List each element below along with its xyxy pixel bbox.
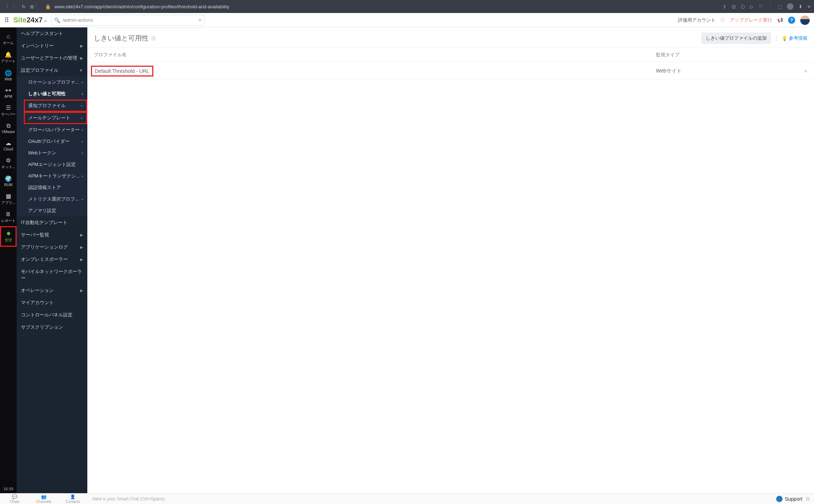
avatar[interactable]: [800, 16, 810, 25]
sidebar-item-label: APMエージェント設定: [28, 161, 76, 168]
clear-icon[interactable]: ⊗: [198, 17, 202, 22]
logo[interactable]: Site24x7⤢: [13, 16, 47, 24]
sidebar-item-グローバルパラメーター[interactable]: グローバルパラメーター+: [24, 124, 87, 136]
camera-icon[interactable]: ⊡: [732, 4, 736, 9]
rail-label: 管理: [5, 238, 12, 243]
sidebar-item-認証情報ストア[interactable]: 認証情報ストア: [24, 182, 87, 193]
rail-item-アプリ...[interactable]: ▦アプリ...: [0, 190, 17, 208]
col-monitor-type: 監視タイプ: [656, 52, 793, 58]
sidebar-item-APMエージェント設定[interactable]: APMエージェント設定: [24, 159, 87, 170]
sidebar-item-IT自動化テンプレート[interactable]: IT自動化テンプレート: [17, 216, 87, 229]
browser-bar: 〈 〉 ↻ ⊞ 🔒 www.site24x7.com/app/client#/a…: [0, 0, 814, 13]
rail-label: サーバー: [1, 112, 16, 117]
support-icon: 🎧: [776, 496, 783, 502]
info-icon[interactable]: i: [151, 36, 156, 41]
rail-item-サーバー[interactable]: ☰サーバー: [0, 101, 17, 120]
grid-menu-icon[interactable]: ⠿: [4, 16, 9, 24]
sidebar-item-コントロールパネル設定[interactable]: コントロールパネル設定: [17, 309, 87, 321]
sidebar-item-マイアカウント[interactable]: マイアカウント: [17, 297, 87, 309]
content: しきい値と可用性 i しきい値プロファイルの追加 💡 参考情報 プロファイル名 …: [87, 27, 814, 493]
sidebar-item-ユーザーとアラートの管理[interactable]: ユーザーとアラートの管理▶: [17, 52, 87, 64]
sidebar-item-label: サーバー監視: [21, 232, 49, 238]
sidebar-item-ロケーションプロファ...[interactable]: ロケーションプロファ...+: [24, 76, 87, 88]
rail-item-ホーム[interactable]: ⌂ホーム: [0, 30, 17, 48]
rail-item-RUM[interactable]: 🌍RUM: [0, 172, 17, 190]
profile-icon[interactable]: [787, 3, 793, 10]
search-icon: 🔍: [54, 17, 60, 23]
sidebar-item-メトリクス選択プロフ...[interactable]: メトリクス選択プロフ...+: [24, 193, 87, 205]
plus-icon[interactable]: +: [81, 139, 84, 144]
sidebar-item-オペレーション[interactable]: オペレーション▶: [17, 284, 87, 297]
sidebar-item-label: オペレーション: [21, 287, 54, 294]
info-icon[interactable]: ⓘ: [721, 17, 725, 23]
url-bar[interactable]: 🔒 www.site24x7.com/app/client#/admin/con…: [45, 4, 723, 9]
search-input[interactable]: [51, 15, 205, 26]
heart-icon[interactable]: ♡: [758, 4, 763, 9]
sidebar-item-サーバー監視[interactable]: サーバー監視▶: [17, 229, 87, 241]
profile-name[interactable]: Default Threshold - URL: [91, 66, 153, 76]
sidebar-item-OAuthプロバイダー[interactable]: OAuthプロバイダー+: [24, 136, 87, 147]
back-icon[interactable]: 〈: [4, 3, 8, 10]
table-row[interactable]: Default Threshold - URLWebサイト≡: [87, 62, 814, 80]
sidebar-item-アプリケーションログ[interactable]: アプリケーションログ▶: [17, 241, 87, 253]
plus-icon[interactable]: +: [80, 115, 83, 121]
sidebar-item-Webトークン[interactable]: Webトークン+: [24, 147, 87, 159]
sidebar-item-モバイルネットワークポーラー[interactable]: モバイルネットワークポーラー: [17, 266, 87, 284]
rail-item-Web[interactable]: 🌐Web: [0, 67, 17, 84]
sidebar-item-label: ユーザーとアラートの管理: [21, 55, 77, 61]
chevron-right-icon: ▶: [80, 56, 83, 61]
plus-icon[interactable]: +: [81, 127, 84, 133]
plus-icon[interactable]: +: [81, 174, 84, 179]
rail-item-VMware[interactable]: ⧉VMware: [0, 120, 17, 137]
sidebar-item-アノマリ設定[interactable]: アノマリ設定: [24, 205, 87, 216]
cube-icon[interactable]: ⬚: [778, 4, 782, 9]
play-icon[interactable]: ▷: [750, 4, 753, 9]
download-icon[interactable]: ⬇: [798, 4, 802, 9]
sidebar-item-ヘルプアシスタント[interactable]: ヘルプアシスタント: [17, 27, 87, 40]
support-button[interactable]: 🎧 Support: [776, 496, 802, 502]
help-icon[interactable]: ?: [788, 17, 795, 24]
upgrade-link[interactable]: アップグレード実行: [730, 17, 772, 23]
sidebar-item-メールテンプレート[interactable]: メールテンプレート+: [24, 112, 87, 124]
sidebar-item-しきい値と可用性[interactable]: しきい値と可用性+: [24, 88, 87, 100]
sidebar-item-インベントリー[interactable]: インベントリー▶: [17, 40, 87, 52]
rail-item-APM[interactable]: 👓APM: [0, 84, 17, 101]
tab-label: Chats: [10, 500, 19, 504]
plus-icon[interactable]: +: [81, 80, 84, 85]
rail-item-管理[interactable]: ✸管理: [0, 226, 17, 247]
add-threshold-button[interactable]: しきい値プロファイルの追加: [701, 32, 771, 44]
bottom-tab-Channels[interactable]: 👥Channels: [29, 494, 58, 504]
lock-icon: 🔒: [45, 4, 51, 9]
reload-icon[interactable]: ↻: [22, 4, 26, 9]
apps-icon[interactable]: ⊞: [30, 4, 34, 9]
bottom-tab-Chats[interactable]: 💬Chats: [0, 494, 29, 504]
smart-chat-hint[interactable]: Here is your Smart Chat (Ctrl+Space): [87, 496, 165, 501]
expand-icon[interactable]: ⤢: [44, 19, 47, 23]
sidebar-item-label: マイアカウント: [21, 299, 54, 306]
sidebar-item-オンプレミスポーラー[interactable]: オンプレミスポーラー▶: [17, 253, 87, 266]
shield-icon[interactable]: ⬡: [741, 4, 745, 9]
rail-time: 16:39: [3, 484, 13, 493]
sidebar-config-header[interactable]: 設定プロファイル▼: [17, 64, 87, 76]
rail-label: レポート: [1, 218, 16, 223]
sidebar-item-サブスクリプション[interactable]: サブスクリプション: [17, 321, 87, 333]
bottom-tab-Contacts[interactable]: 👤Contacts: [58, 494, 87, 504]
more-icon[interactable]: ≡: [804, 68, 808, 74]
rail-item-ネット...[interactable]: ⚙ネット...: [0, 154, 17, 172]
rail-item-レポート[interactable]: 🗎レポート: [0, 208, 17, 226]
rail-item-Cloud[interactable]: ☁Cloud: [0, 137, 17, 154]
reference-link[interactable]: 💡 参考情報: [782, 35, 808, 41]
plus-icon[interactable]: +: [81, 91, 84, 97]
sidebar-item-APMキートランザクシ...[interactable]: APMキートランザクシ...+: [24, 170, 87, 182]
announce-icon[interactable]: 📢: [777, 17, 783, 23]
rail-item-アラート[interactable]: 🔔アラート: [0, 48, 17, 67]
share-icon[interactable]: ⇪: [723, 4, 727, 9]
sidebar-item-通知プロファイル[interactable]: 通知プロファイル+: [24, 100, 87, 112]
plus-icon[interactable]: +: [81, 150, 84, 156]
forward-icon[interactable]: 〉: [13, 3, 17, 10]
feedback-icon[interactable]: ⊡: [806, 496, 810, 501]
settings-icon[interactable]: ≡: [808, 4, 810, 9]
sidebar-item-label: メールテンプレート: [28, 115, 70, 121]
plus-icon[interactable]: +: [80, 103, 83, 109]
plus-icon[interactable]: +: [81, 197, 84, 202]
